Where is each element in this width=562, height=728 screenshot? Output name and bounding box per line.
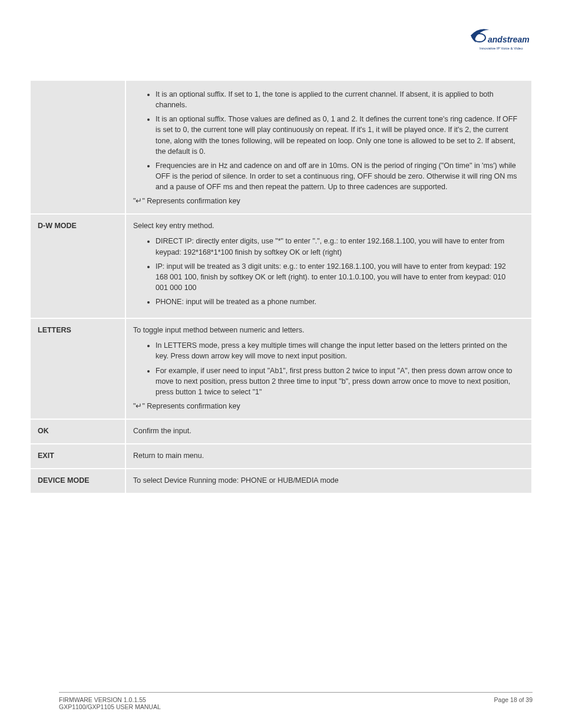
row-bullet-list: DIRECT IP: directly enter digits, use "*… <box>133 236 524 307</box>
row-label: EXIT <box>31 444 125 468</box>
list-item: In LETTERS mode, press a key multiple ti… <box>156 340 524 361</box>
row-label: LETTERS <box>31 319 125 419</box>
brand-logo: andstream Innovative IP Voice & Video <box>468 25 533 60</box>
table-row: D-W MODESelect key entry method.DIRECT I… <box>31 215 531 318</box>
row-content: Return to main menu. <box>126 444 531 468</box>
logo-brand-text: andstream <box>488 35 530 44</box>
list-item: It is an optional suffix. If set to 1, t… <box>156 89 524 110</box>
list-item: Frequencies are in Hz and cadence on and… <box>156 160 524 192</box>
row-note: "↵" Represents confirmation key <box>133 401 524 411</box>
firmware-version: FIRMWARE VERSION 1.0.1.55 <box>59 696 146 703</box>
grandstream-logo-icon: andstream Innovative IP Voice & Video <box>468 25 533 53</box>
list-item: DIRECT IP: directly enter digits, use "*… <box>156 236 524 257</box>
row-plain-text: Confirm the input. <box>133 426 524 436</box>
table-row: EXITReturn to main menu. <box>31 444 531 468</box>
list-item: It is an optional suffix. Those values a… <box>156 114 524 157</box>
row-note: "↵" Represents confirmation key <box>133 196 524 206</box>
logo-tagline-text: Innovative IP Voice & Video <box>480 47 523 50</box>
row-content: To toggle input method between numeric a… <box>126 319 531 419</box>
row-plain-text: To select Device Running mode: PHONE or … <box>133 475 524 486</box>
row-content: To select Device Running mode: PHONE or … <box>126 469 531 493</box>
table-row: It is an optional suffix. If set to 1, t… <box>31 81 531 213</box>
row-label: DEVICE MODE <box>31 469 125 493</box>
page-footer: FIRMWARE VERSION 1.0.1.55 GXP1100/GXP110… <box>59 692 533 710</box>
list-item: For example, if user need to input "Ab1"… <box>156 365 524 397</box>
row-intro: To toggle input method between numeric a… <box>133 325 524 335</box>
row-bullet-list: It is an optional suffix. If set to 1, t… <box>133 89 524 192</box>
row-label <box>31 81 125 213</box>
list-item: PHONE: input will be treated as a phone … <box>156 297 524 307</box>
row-label: OK <box>31 420 125 443</box>
row-label: D-W MODE <box>31 215 125 318</box>
list-item: IP: input will be treated as 3 digit uni… <box>156 261 524 293</box>
table-row: LETTERSTo toggle input method between nu… <box>31 319 531 419</box>
row-plain-text: Return to main menu. <box>133 450 524 461</box>
row-content: It is an optional suffix. If set to 1, t… <box>126 81 531 213</box>
manual-title: GXP1100/GXP1105 USER MANUAL <box>59 703 161 710</box>
footer-left: FIRMWARE VERSION 1.0.1.55 GXP1100/GXP110… <box>59 696 161 710</box>
table-row: OKConfirm the input. <box>31 420 531 443</box>
settings-table: It is an optional suffix. If set to 1, t… <box>29 80 533 494</box>
row-intro: Select key entry method. <box>133 220 524 231</box>
table-row: DEVICE MODETo select Device Running mode… <box>31 469 531 493</box>
row-bullet-list: In LETTERS mode, press a key multiple ti… <box>133 340 524 397</box>
footer-page-number: Page 18 of 39 <box>494 696 533 710</box>
row-content: Confirm the input. <box>126 420 531 443</box>
row-content: Select key entry method.DIRECT IP: direc… <box>126 215 531 318</box>
